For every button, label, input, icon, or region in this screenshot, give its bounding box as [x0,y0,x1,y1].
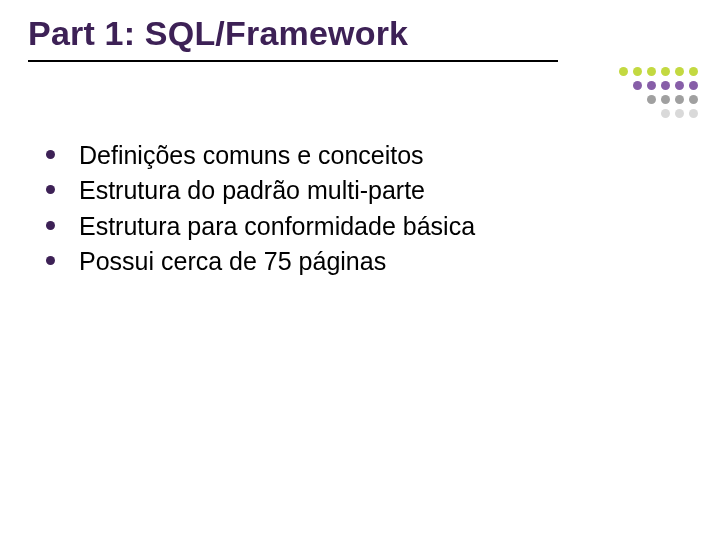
dot-icon [647,67,656,76]
list-item: Definições comuns e conceitos [46,140,680,171]
dot-icon [675,95,684,104]
list-item: Estrutura para conformidade básica [46,211,680,242]
dot-icon [675,67,684,76]
list-item-text: Definições comuns e conceitos [79,140,424,171]
list-item: Estrutura do padrão multi-parte [46,175,680,206]
dot-icon [675,109,684,118]
corner-dot-decoration [619,67,698,118]
dot-row [619,81,698,90]
dot-icon [647,81,656,90]
slide: Part 1: SQL/Framework [0,0,720,540]
dot-icon [661,81,670,90]
slide-title: Part 1: SQL/Framework [28,14,408,53]
dot-icon [647,95,656,104]
bullet-icon [46,221,55,230]
bullet-icon [46,256,55,265]
list-item-text: Estrutura do padrão multi-parte [79,175,425,206]
list-item-text: Possui cerca de 75 páginas [79,246,386,277]
title-underline [28,60,558,62]
dot-row [619,109,698,118]
list-item-text: Estrutura para conformidade básica [79,211,475,242]
dot-icon [661,109,670,118]
dot-row [619,95,698,104]
dot-icon [661,95,670,104]
dot-icon [689,81,698,90]
bullet-icon [46,185,55,194]
bullet-icon [46,150,55,159]
dot-row [619,67,698,76]
dot-icon [633,67,642,76]
dot-icon [689,109,698,118]
dot-icon [675,81,684,90]
dot-icon [619,67,628,76]
dot-icon [689,67,698,76]
dot-icon [689,95,698,104]
bullet-list: Definições comuns e conceitos Estrutura … [46,140,680,281]
dot-icon [633,81,642,90]
list-item: Possui cerca de 75 páginas [46,246,680,277]
dot-icon [661,67,670,76]
